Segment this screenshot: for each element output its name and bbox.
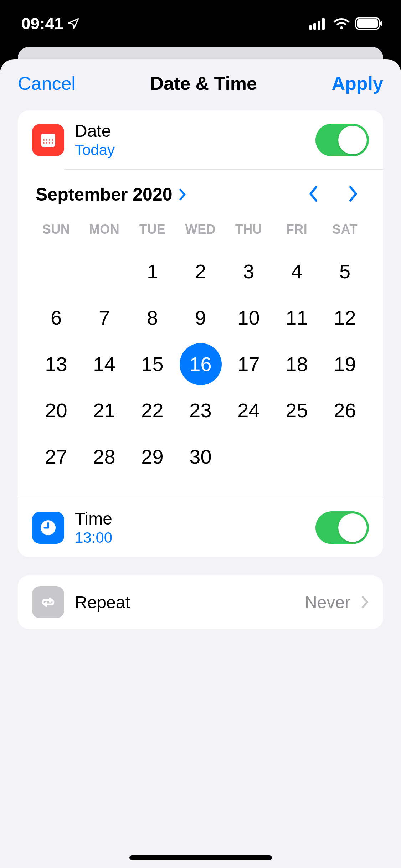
svg-rect-2 <box>318 21 320 30</box>
calendar-day[interactable]: 29 <box>128 434 176 480</box>
time-label: Time <box>75 509 305 528</box>
date-label: Date <box>75 121 305 141</box>
repeat-row[interactable]: Repeat Never <box>18 575 383 629</box>
time-toggle[interactable] <box>315 511 369 544</box>
time-value: 13:00 <box>75 529 305 546</box>
calendar-day[interactable]: 12 <box>321 295 369 341</box>
calendar: September 2020 SUNMONTUEWEDTHUFRISAT1234… <box>18 170 383 491</box>
calendar-day[interactable]: 15 <box>128 341 176 387</box>
calendar-day[interactable]: 17 <box>225 341 273 387</box>
svg-point-14 <box>43 142 45 144</box>
home-indicator[interactable] <box>129 855 272 860</box>
calendar-day[interactable]: 25 <box>273 387 321 434</box>
repeat-label: Repeat <box>75 593 294 612</box>
calendar-weekday: TUE <box>128 216 176 248</box>
calendar-weekday: MON <box>80 216 128 248</box>
datetime-card: Date Today September 2020 <box>18 110 383 557</box>
calendar-day[interactable]: 13 <box>32 341 80 387</box>
calendar-day[interactable]: 9 <box>176 295 225 341</box>
calendar-day[interactable]: 4 <box>273 248 321 295</box>
calendar-day[interactable]: 10 <box>225 295 273 341</box>
calendar-header: September 2020 <box>32 177 369 216</box>
modal-sheet: Cancel Date & Time Apply Date Today <box>0 59 401 868</box>
svg-rect-6 <box>357 19 378 28</box>
svg-point-11 <box>46 139 47 141</box>
chevron-right-icon <box>178 188 187 201</box>
chevron-right-icon <box>361 595 369 609</box>
calendar-day[interactable]: 5 <box>321 248 369 295</box>
calendar-day[interactable]: 18 <box>273 341 321 387</box>
page-title: Date & Time <box>150 73 257 94</box>
repeat-card: Repeat Never <box>18 575 383 629</box>
svg-point-13 <box>52 139 53 141</box>
svg-rect-0 <box>309 25 312 30</box>
calendar-day[interactable]: 11 <box>273 295 321 341</box>
svg-rect-3 <box>322 18 325 30</box>
calendar-day[interactable]: 16 <box>176 341 225 387</box>
month-label: September 2020 <box>36 184 173 205</box>
calendar-day[interactable]: 23 <box>176 387 225 434</box>
date-value: Today <box>75 141 305 159</box>
calendar-weekday: FRI <box>273 216 321 248</box>
calendar-day[interactable]: 30 <box>176 434 225 480</box>
calendar-day[interactable]: 7 <box>80 295 128 341</box>
time-row[interactable]: Time 13:00 <box>18 498 383 557</box>
calendar-day[interactable]: 2 <box>176 248 225 295</box>
battery-icon <box>355 17 383 30</box>
calendar-day[interactable]: 6 <box>32 295 80 341</box>
next-month-button[interactable] <box>348 185 358 204</box>
svg-point-16 <box>49 142 50 144</box>
apply-button[interactable]: Apply <box>332 73 383 94</box>
cancel-button[interactable]: Cancel <box>18 73 76 94</box>
calendar-weekday: SUN <box>32 216 80 248</box>
calendar-day[interactable]: 22 <box>128 387 176 434</box>
navbar: Cancel Date & Time Apply <box>0 59 401 110</box>
repeat-value: Never <box>305 593 350 612</box>
calendar-day[interactable]: 20 <box>32 387 80 434</box>
prev-month-button[interactable] <box>308 185 319 204</box>
clock-icon <box>32 512 64 544</box>
calendar-weekday: THU <box>225 216 273 248</box>
calendar-weekday: WED <box>176 216 225 248</box>
svg-rect-9 <box>41 134 55 138</box>
month-picker[interactable]: September 2020 <box>36 184 308 205</box>
status-time: 09:41 <box>21 14 80 33</box>
repeat-icon <box>32 586 64 618</box>
svg-rect-1 <box>313 23 316 30</box>
svg-point-15 <box>46 142 47 144</box>
calendar-empty-cell <box>32 248 80 295</box>
svg-point-10 <box>43 139 45 141</box>
calendar-day[interactable]: 26 <box>321 387 369 434</box>
date-toggle[interactable] <box>315 124 369 156</box>
calendar-weekday: SAT <box>321 216 369 248</box>
status-bar: 09:41 <box>0 0 401 47</box>
wifi-icon <box>333 17 350 30</box>
calendar-day[interactable]: 8 <box>128 295 176 341</box>
location-icon <box>67 17 80 30</box>
svg-point-17 <box>52 142 53 144</box>
calendar-day[interactable]: 21 <box>80 387 128 434</box>
calendar-day[interactable]: 24 <box>225 387 273 434</box>
status-time-text: 09:41 <box>21 14 63 33</box>
calendar-day[interactable]: 27 <box>32 434 80 480</box>
calendar-grid: SUNMONTUEWEDTHUFRISAT1234567891011121314… <box>32 216 369 480</box>
calendar-day[interactable]: 28 <box>80 434 128 480</box>
calendar-icon <box>32 124 64 156</box>
status-right-icons <box>309 17 383 30</box>
date-row[interactable]: Date Today <box>18 110 383 169</box>
svg-point-12 <box>49 139 50 141</box>
calendar-day[interactable]: 3 <box>225 248 273 295</box>
cellular-icon <box>309 17 328 30</box>
calendar-day[interactable]: 19 <box>321 341 369 387</box>
calendar-empty-cell <box>80 248 128 295</box>
svg-rect-7 <box>380 21 382 26</box>
calendar-day[interactable]: 14 <box>80 341 128 387</box>
calendar-day[interactable]: 1 <box>128 248 176 295</box>
